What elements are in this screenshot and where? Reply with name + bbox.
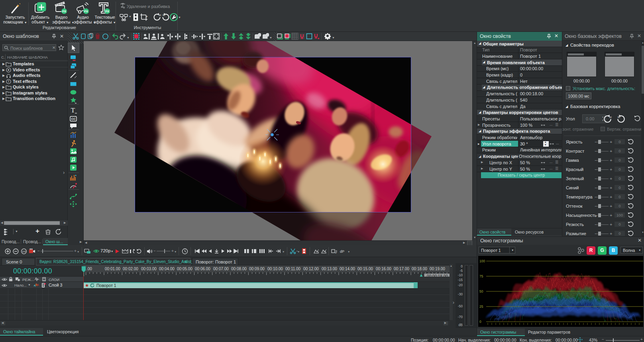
svg-text:90: 90 [159,14,161,16]
svg-text:FX: FX [62,10,66,13]
svg-text:FX: FX [84,10,88,13]
svg-text:T: T [8,80,10,83]
svg-text:CC: CC [71,117,76,121]
svg-text:50: 50 [479,289,483,293]
svg-text:75: 75 [479,274,483,278]
svg-text:100: 100 [479,259,485,263]
svg-text:0: 0 [479,320,481,324]
svg-text:90: 90 [609,116,611,118]
svg-text:25: 25 [479,305,483,309]
svg-text:T: T [71,106,75,114]
svg-text:dP: dP [340,250,344,254]
svg-text:90: 90 [618,116,620,118]
svg-text:100: 100 [22,250,26,253]
svg-text:FX: FX [105,10,109,13]
svg-text:90: 90 [163,14,165,16]
